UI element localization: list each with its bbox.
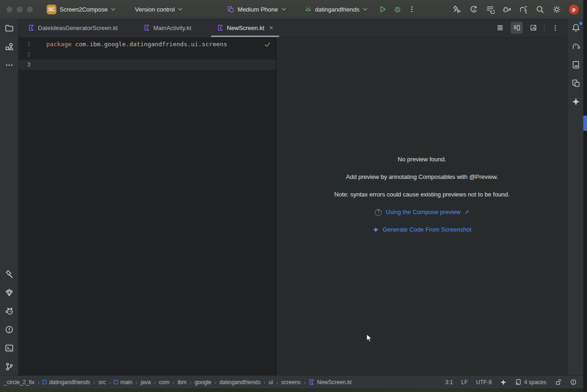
chevron-down-icon — [178, 8, 183, 11]
spark-status-icon[interactable] — [500, 379, 507, 386]
build-tool-icon[interactable] — [4, 269, 15, 280]
breadcrumb: _circle_2_fix › datingandfriends › src ›… — [4, 379, 352, 386]
apply-code-changes-icon[interactable] — [486, 5, 495, 14]
file-encoding[interactable]: UTF-8 — [476, 379, 492, 386]
inspection-ok-icon[interactable] — [264, 41, 271, 49]
breadcrumb-item[interactable]: ibm — [177, 379, 186, 386]
breadcrumb-item[interactable]: datingandfriends — [43, 379, 90, 386]
tab-newscreen[interactable]: NewScreen.kt × — [211, 18, 279, 37]
app-quality-insights-icon[interactable] — [4, 287, 15, 298]
breadcrumb-item[interactable]: datingandfriends — [220, 379, 261, 386]
breadcrumb-item[interactable]: _circle_2_fix — [4, 379, 35, 386]
build-run-icon[interactable] — [452, 5, 461, 14]
divider — [544, 24, 544, 32]
attach-debugger-icon[interactable] — [502, 5, 511, 14]
generate-code-link[interactable]: Generate Code From Screenshot — [383, 226, 471, 234]
compose-preview-help-link[interactable]: Using the Compose preview — [385, 208, 461, 216]
toolbar-right-actions: p — [452, 5, 579, 14]
run-configuration-selector[interactable]: datingandfriends — [305, 6, 367, 13]
close-tab-icon[interactable]: × — [269, 24, 273, 31]
more-tool-windows-icon[interactable] — [4, 60, 15, 71]
close-window-button[interactable] — [6, 6, 12, 12]
tab-dateideasgeneratorscreen[interactable]: DateIdeasGeneratorScreen.kt — [22, 18, 124, 37]
search-icon[interactable] — [536, 5, 544, 14]
apply-changes-icon[interactable] — [469, 5, 478, 14]
line-separator[interactable]: LF — [461, 379, 468, 386]
tab-mainactivity[interactable]: MainActivity.kt — [138, 18, 197, 37]
code-line[interactable]: 1 package com.ibm.google.datingandfriend… — [18, 39, 275, 49]
project-widget[interactable]: SC Screen2Compose — [47, 5, 116, 14]
preview-message-1: No preview found. — [398, 155, 446, 164]
version-control-label: Version control — [135, 6, 175, 13]
design-view-icon[interactable] — [527, 22, 539, 34]
desktop-edge-strip — [583, 0, 587, 392]
more-actions-icon[interactable] — [408, 6, 416, 13]
device-manager-icon[interactable] — [570, 78, 581, 89]
problems-icon[interactable] — [4, 324, 15, 335]
project-badge: SC — [47, 5, 56, 14]
breadcrumb-item-file[interactable]: NewScreen.kt — [309, 379, 352, 386]
breadcrumb-item[interactable]: src — [98, 379, 106, 386]
tab-label: DateIdeasGeneratorScreen.kt — [38, 24, 118, 31]
line-number: 3 — [18, 60, 46, 70]
zoom-window-button[interactable] — [27, 6, 33, 12]
breadcrumb-item[interactable]: ui — [269, 379, 273, 386]
code-line[interactable]: 2 — [18, 49, 275, 60]
running-devices-icon[interactable] — [570, 59, 581, 70]
code-view-icon[interactable] — [494, 22, 506, 34]
android-icon — [305, 6, 312, 13]
problems-status-icon[interactable] — [570, 379, 577, 386]
breadcrumb-item[interactable]: java — [141, 379, 151, 386]
gradle-sync-icon[interactable] — [519, 5, 528, 14]
gemini-spark-icon[interactable] — [570, 96, 581, 107]
external-link-icon: ↗ — [465, 208, 469, 216]
run-config-label: datingandfriends — [315, 6, 360, 13]
editor-view-modes — [494, 18, 568, 37]
terminal-icon[interactable] — [4, 343, 15, 354]
gradle-icon[interactable] — [570, 41, 581, 52]
user-avatar[interactable]: p — [569, 5, 579, 14]
minimize-window-button[interactable] — [17, 6, 23, 12]
caret-position[interactable]: 3:1 — [445, 379, 453, 386]
tab-label: MainActivity.kt — [153, 24, 191, 31]
virtual-device-icon — [227, 6, 234, 13]
code-line-current[interactable]: 3 — [18, 60, 275, 70]
indent-settings-icon — [515, 379, 522, 386]
mouse-cursor — [367, 334, 372, 343]
split-view-icon[interactable] — [511, 22, 523, 34]
chevron-down-icon — [111, 8, 116, 11]
version-control-branch-icon[interactable] — [4, 361, 15, 372]
breadcrumb-item[interactable]: com — [159, 379, 170, 386]
code-editor[interactable]: 1 package com.ibm.google.datingandfriend… — [18, 37, 275, 375]
indent-widget[interactable]: 4 spaces — [515, 379, 546, 386]
help-icon: ? — [375, 209, 382, 216]
breadcrumb-item[interactable]: screens — [281, 379, 300, 386]
notifications-bell-icon[interactable] — [570, 22, 581, 33]
run-icon[interactable] — [379, 5, 387, 13]
package-path: com.ibm.google.datingandfriends.ui.scree… — [72, 41, 227, 48]
settings-gear-icon[interactable] — [552, 5, 561, 14]
preview-message-3: Note: syntax errors could cause existing… — [334, 190, 509, 199]
debug-icon[interactable] — [393, 5, 402, 13]
window-controls[interactable] — [6, 6, 33, 12]
module-icon — [114, 380, 118, 384]
breadcrumb-item[interactable]: google — [195, 379, 211, 386]
notification-dot — [579, 22, 582, 25]
main-toolbar: SC Screen2Compose Version control Medium… — [0, 0, 583, 18]
kotlin-file-icon — [309, 379, 315, 385]
kotlin-file-icon — [144, 24, 150, 31]
resource-manager-icon[interactable] — [4, 41, 15, 52]
device-selector[interactable]: Medium Phone — [227, 6, 286, 13]
compose-preview-panel: No preview found. Add preview by annotat… — [276, 37, 568, 375]
breadcrumb-item[interactable]: main — [114, 379, 132, 386]
chevron-down-icon — [363, 8, 367, 11]
background-window-sliver — [583, 116, 587, 131]
chevron-down-icon — [281, 8, 286, 11]
version-control-widget[interactable]: Version control — [135, 6, 183, 13]
logcat-icon[interactable] — [4, 306, 15, 317]
project-folder-icon[interactable] — [4, 23, 15, 34]
editor-more-options-icon[interactable] — [549, 22, 561, 34]
desktop-wallpaper-strip — [0, 388, 583, 392]
unlock-icon[interactable] — [555, 379, 562, 386]
kotlin-file-icon — [28, 24, 35, 31]
